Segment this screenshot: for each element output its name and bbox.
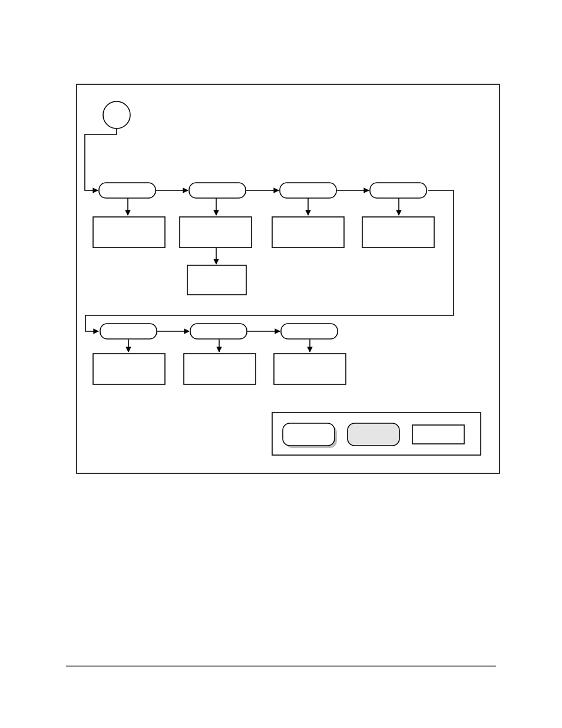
process-node	[189, 183, 246, 198]
start-node	[103, 101, 130, 129]
detail-box	[180, 217, 252, 248]
legend-plain-rect	[412, 425, 464, 444]
detail-box	[362, 217, 434, 248]
process-node	[190, 324, 247, 339]
detail-box	[274, 354, 346, 384]
legend-grey-rounded	[348, 423, 399, 446]
detail-box	[184, 354, 256, 384]
detail-box	[93, 354, 165, 384]
detail-box	[93, 217, 165, 248]
process-node	[99, 183, 156, 198]
process-node	[280, 183, 336, 198]
process-node	[370, 183, 427, 198]
detail-box	[187, 265, 246, 295]
process-node	[100, 324, 157, 339]
detail-box	[272, 217, 344, 248]
legend-white-rounded	[283, 423, 335, 446]
process-node	[281, 324, 338, 339]
